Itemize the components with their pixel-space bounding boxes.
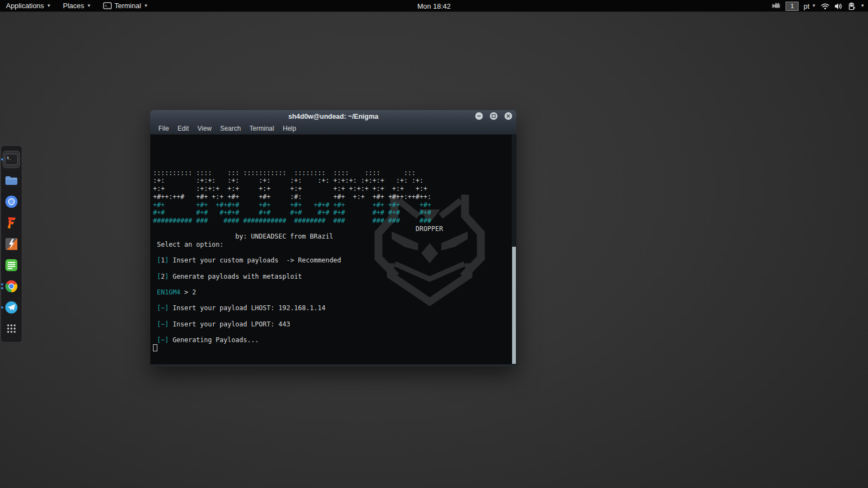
keyboard-layout-menu[interactable]: pt ▼ (803, 2, 816, 10)
dock-item-google-chrome[interactable] (3, 278, 20, 295)
system-menu-chevron-icon[interactable]: ▼ (860, 4, 865, 8)
battery-icon[interactable] (848, 2, 856, 10)
maximize-button[interactable] (490, 112, 497, 120)
workspace-indicator[interactable]: 1 (786, 2, 799, 11)
running-indicator (1, 306, 3, 309)
terminal-text: Insert your payload LHOST: 192.168.1.14 (169, 304, 326, 312)
dock-item-bolt-app[interactable] (3, 235, 20, 253)
menu-help[interactable]: Help (278, 124, 301, 133)
terminal-line: #+# #+# #+#+# #+# #+# #+# #+# #+# #+# #+… (153, 209, 510, 217)
terminal-line: :+: :+:+: :+: :+: :+: :+: +:+:+: :+:+:+ … (153, 177, 510, 185)
notes-app-icon (4, 258, 18, 272)
menu-file[interactable]: File (154, 124, 173, 133)
terminal-text: DROPPER (153, 225, 443, 233)
terminal-mini-icon: >_ (103, 2, 112, 9)
terminal-line: [1] Insert your custom payloads -> Recom… (153, 256, 510, 265)
running-indicator (1, 158, 3, 160)
terminal-line (153, 297, 510, 305)
scrollbar-thumb[interactable] (512, 247, 516, 364)
bolt-app-icon (4, 237, 18, 251)
terminal-text: Generating Payloads... (169, 336, 259, 344)
terminal-cursor (153, 344, 157, 351)
keyboard-layout-label: pt (803, 2, 809, 10)
terminal-text: [~] (157, 304, 169, 312)
desktop: { "topbar": { "applications": "Applicati… (0, 0, 868, 488)
terminal-text: Insert your custom payloads -> Recommend… (169, 256, 341, 264)
terminal-line: :::::::::: :::: ::: ::::::::::: ::::::::… (153, 169, 510, 177)
volume-icon[interactable] (834, 3, 843, 10)
terminal-line: [2] Generate payloads with metasploit (153, 273, 510, 281)
terminal-text: 1 (161, 256, 164, 264)
google-chrome-icon (4, 279, 18, 293)
clock[interactable]: Mon 18:42 (417, 0, 450, 12)
terminal-line: by: UNDEADSEC from BRazil (153, 233, 510, 241)
dock-item-file-manager[interactable] (3, 172, 20, 189)
terminal-text: ] (165, 256, 169, 264)
workspace-number: 1 (790, 3, 794, 9)
dock-item-terminal[interactable]: $_ (3, 151, 20, 168)
terminal-text: :+: :+:+: :+: :+: :+: :+: +:+:+: :+:+:+ … (153, 177, 431, 184)
applications-menu[interactable]: Applications ▼ (1, 0, 56, 12)
terminal-line: DROPPER (153, 225, 510, 233)
dock: $_ (1, 145, 22, 343)
places-menu[interactable]: Places ▼ (58, 0, 96, 12)
top-bar: Applications ▼ Places ▼ >_ Terminal ▼ Mo… (0, 0, 868, 12)
terminal-text: Insert your payload LPORT: 443 (169, 320, 290, 328)
dock-item-notes-app[interactable] (3, 256, 20, 274)
terminal-line (153, 265, 510, 273)
terminal-text: +#++:++# +#+ +:+ +#+ +#+ :#: +#+ +:+ +#+… (153, 193, 431, 201)
telegram-icon (4, 300, 18, 314)
dock-item-flame-f-app[interactable] (3, 214, 20, 232)
terminal-text: > 2 (181, 288, 196, 296)
terminal-line (153, 344, 510, 352)
terminal-text: EN1GM4 (157, 288, 180, 296)
menu-terminal[interactable]: Terminal (245, 124, 278, 133)
wifi-icon[interactable] (821, 3, 829, 10)
dock-item-telegram[interactable] (3, 299, 20, 316)
terminal-text: #+# #+# #+#+# #+# #+# #+# #+# #+# #+# #+… (153, 209, 431, 216)
file-manager-icon (4, 174, 18, 188)
terminal-text: [~] (157, 336, 169, 344)
terminal-text: 2 (161, 273, 164, 280)
terminal-line: [~] Generating Payloads... (153, 336, 510, 344)
window-bottom-border (150, 364, 516, 367)
camera-icon (771, 3, 781, 9)
terminal-text: +#+ +#+ +#+#+# +#+ +#+ +#+# +#+ +#+ +#+ … (153, 201, 431, 209)
app-menu-terminal[interactable]: >_ Terminal ▼ (98, 0, 153, 12)
terminal-text: by: UNDEADSEC from BRazil (153, 233, 333, 240)
terminal-line (153, 161, 510, 169)
terminal-line: Select an option: (153, 241, 510, 249)
terminal-text: ] (165, 273, 169, 280)
terminal-text: +:+ :+:+:+ +:+ +:+ +:+ +:+ +:+:+ +:+ +:+… (153, 185, 431, 192)
menu-view[interactable]: View (193, 124, 216, 133)
terminal-line (153, 249, 510, 257)
window-header: sh4d0w@undead: ~/Enigma FileEditViewSear… (150, 110, 516, 134)
menu-edit[interactable]: Edit (173, 124, 193, 133)
terminal-line: +#++:++# +#+ +:+ +#+ +#+ :#: +#+ +:+ +#+… (153, 193, 510, 201)
chromium-browser-icon (4, 195, 18, 209)
terminal-line: ########## ### #### ########### ########… (153, 217, 510, 225)
menu-search[interactable]: Search (216, 124, 245, 133)
flame-f-app-icon (4, 216, 18, 230)
window-title: sh4d0w@undead: ~/Enigma (150, 113, 516, 120)
window-titlebar[interactable]: sh4d0w@undead: ~/Enigma (150, 110, 516, 123)
terminal-text: Generate payloads with metasploit (169, 273, 302, 280)
chevron-down-icon: ▼ (144, 4, 148, 8)
terminal-icon: $_ (4, 152, 18, 166)
terminal-text: [~] (157, 320, 169, 328)
terminal-text: Select an option: (153, 241, 224, 248)
minimize-button[interactable] (475, 112, 483, 120)
dock-item-chromium-browser[interactable] (3, 193, 20, 210)
terminal-line: +#+ +#+ +#+#+# +#+ +#+ +#+# +#+ +#+ +#+ … (153, 201, 510, 209)
close-button[interactable] (505, 112, 512, 120)
dock-item-show-applications[interactable] (3, 320, 20, 337)
terminal-text: ########## ### #### ########### ########… (153, 217, 431, 224)
terminal-line: [~] Insert your payload LHOST: 192.168.1… (153, 304, 510, 312)
applications-menu-label: Applications (6, 2, 44, 10)
terminal-scrollbar[interactable] (511, 134, 516, 364)
terminal-line (153, 312, 510, 320)
chevron-down-icon: ▼ (47, 4, 51, 8)
terminal-text: :::::::::: :::: ::: ::::::::::: ::::::::… (153, 169, 431, 177)
terminal-body[interactable]: :::::::::: :::: ::: ::::::::::: ::::::::… (150, 134, 516, 364)
show-applications-icon (4, 322, 18, 336)
